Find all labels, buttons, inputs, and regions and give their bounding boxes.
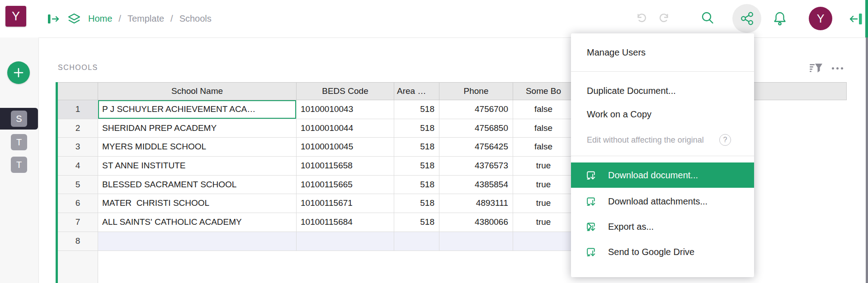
download-icon — [585, 195, 597, 208]
header-beds-code[interactable]: BEDS Code — [297, 82, 394, 100]
sidebar-page-tile-t2[interactable]: T — [11, 157, 27, 173]
row-number[interactable]: 2 — [58, 119, 98, 138]
cell-area[interactable]: 518 — [394, 194, 439, 213]
sidebar-page-tile-t1[interactable]: T — [11, 134, 27, 150]
layers-icon — [66, 11, 82, 27]
cell-beds[interactable]: 10100115665 — [297, 176, 394, 195]
cell-beds[interactable]: 10100010045 — [297, 138, 394, 157]
row-number[interactable]: 1 — [58, 100, 98, 119]
menu-item-download-document[interactable]: Download document... — [571, 162, 754, 188]
breadcrumb-document: Schools — [179, 14, 212, 24]
app-window: Y Home / Template / Schools — [0, 0, 868, 283]
share-dropdown-menu: Manage Users Duplicate Document... Work … — [571, 33, 754, 277]
download-icon — [585, 169, 597, 181]
breadcrumb: Home / Template / Schools — [47, 0, 212, 37]
cell-phone[interactable]: 4380066 — [439, 213, 513, 232]
section-title: SCHOOLS — [58, 64, 98, 72]
cell-school-name[interactable]: SHERIDAN PREP ACADEMY — [98, 119, 297, 138]
collapse-right-panel-icon[interactable] — [848, 12, 864, 26]
menu-item-work-on-copy[interactable]: Work on a Copy — [571, 103, 754, 125]
breadcrumb-workspace[interactable]: Template — [127, 14, 164, 24]
cell-beds[interactable] — [297, 232, 394, 251]
menu-divider — [571, 71, 754, 72]
row-number[interactable]: 5 — [58, 176, 98, 195]
cell-area[interactable]: 518 — [394, 138, 439, 157]
submenu-chevron-icon — [585, 222, 594, 232]
cell-school-name[interactable]: MATER CHRISTI SCHOOL — [98, 194, 297, 213]
menu-item-edit-without-affecting: Edit without affecting the original ? — [571, 130, 754, 150]
section-more-options-icon[interactable] — [832, 63, 843, 73]
sort-filter-icon[interactable] — [808, 61, 824, 74]
row-gutter-tail — [58, 251, 98, 283]
breadcrumb-separator: / — [170, 14, 173, 24]
cell-school-name[interactable] — [98, 232, 297, 251]
cell-phone[interactable]: 4385854 — [439, 176, 513, 195]
redo-button[interactable] — [658, 12, 671, 25]
cell-school-name[interactable]: BLESSED SACRAMENT SCHOOL — [98, 176, 297, 195]
row-number[interactable]: 6 — [58, 194, 98, 213]
cell-area[interactable]: 518 — [394, 119, 439, 138]
user-avatar[interactable]: Y — [809, 7, 832, 30]
cell-area[interactable]: 518 — [394, 157, 439, 176]
cell-bool[interactable]: false — [513, 138, 574, 157]
row-number[interactable]: 4 — [58, 157, 98, 176]
right-panel-edge-strip — [865, 0, 868, 37]
add-new-button[interactable] — [7, 61, 30, 84]
cell-phone[interactable]: 4893111 — [439, 194, 513, 213]
row-number[interactable]: 7 — [58, 213, 98, 232]
header-area-code[interactable]: Area … — [394, 82, 439, 100]
cell-area[interactable]: 518 — [394, 100, 439, 119]
cell-phone[interactable]: 4376573 — [439, 157, 513, 176]
cell-area[interactable]: 518 — [394, 213, 439, 232]
header-some-bool[interactable]: Some Bo — [513, 82, 574, 100]
breadcrumb-home[interactable]: Home — [88, 14, 112, 24]
row-number[interactable]: 3 — [58, 138, 98, 157]
right-panel-collapsed-strip[interactable] — [866, 37, 868, 283]
menu-divider — [571, 156, 754, 156]
search-icon[interactable] — [699, 9, 717, 28]
undo-button[interactable] — [635, 12, 647, 25]
cell-area[interactable] — [394, 232, 439, 251]
cell-phone[interactable] — [439, 232, 513, 251]
cell-bool[interactable]: true — [513, 157, 574, 176]
cell-beds[interactable]: 10100010043 — [297, 100, 394, 119]
cell-school-name-cursor[interactable]: P J SCHUYLER ACHIEVEMENT ACA… — [98, 100, 297, 119]
cell-bool[interactable]: true — [513, 176, 574, 195]
cell-bool[interactable] — [513, 232, 574, 251]
cell-school-name[interactable]: MYERS MIDDLE SCHOOL — [98, 138, 297, 157]
cell-area[interactable]: 518 — [394, 176, 439, 195]
cell-bool[interactable]: true — [513, 194, 574, 213]
menu-item-send-to-google-drive[interactable]: Send to Google Drive — [571, 240, 754, 264]
header-rownum[interactable] — [58, 82, 98, 100]
row-number[interactable]: 8 — [58, 232, 98, 251]
cell-phone[interactable]: 4756425 — [439, 138, 513, 157]
share-icon — [740, 11, 755, 26]
org-logo[interactable]: Y — [5, 6, 26, 27]
cell-beds[interactable]: 10100115684 — [297, 213, 394, 232]
help-icon[interactable]: ? — [719, 134, 731, 146]
menu-item-export-as[interactable]: Export as... — [571, 215, 754, 238]
notifications-bell-icon[interactable] — [772, 10, 788, 27]
menu-item-download-attachments[interactable]: Download attachments... — [571, 190, 754, 213]
cell-bool[interactable]: false — [513, 119, 574, 138]
cell-beds[interactable]: 10100115658 — [297, 157, 394, 176]
cell-school-name[interactable]: ALL SAINTS' CATHOLIC ACADEMY — [98, 213, 297, 232]
cell-bool[interactable]: false — [513, 100, 574, 119]
expand-sidebar-icon[interactable] — [47, 13, 60, 25]
breadcrumb-separator: / — [118, 14, 121, 24]
menu-item-manage-users[interactable]: Manage Users — [571, 40, 754, 65]
header-school-name[interactable]: School Name — [98, 82, 297, 100]
download-icon — [585, 246, 597, 258]
cell-beds[interactable]: 10100010044 — [297, 119, 394, 138]
cell-phone[interactable]: 4756700 — [439, 100, 513, 119]
cell-bool[interactable]: true — [513, 213, 574, 232]
cell-beds[interactable]: 10100115671 — [297, 194, 394, 213]
sidebar-page-tile-s[interactable]: S — [11, 111, 27, 127]
cell-phone[interactable]: 4756850 — [439, 119, 513, 138]
header-phone[interactable]: Phone — [439, 82, 513, 100]
cell-school-name[interactable]: ST ANNE INSTITUTE — [98, 157, 297, 176]
menu-item-duplicate-document[interactable]: Duplicate Document... — [571, 79, 754, 102]
